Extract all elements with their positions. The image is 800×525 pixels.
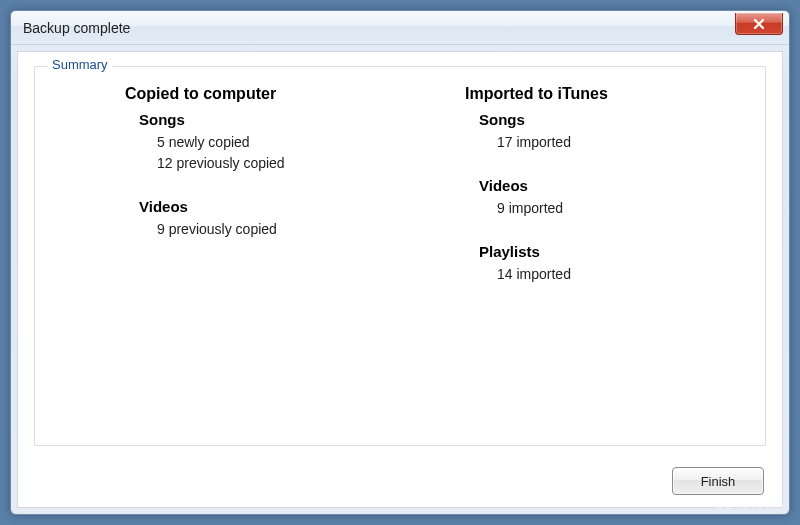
summary-columns: Copied to computer Songs 5 newly copied … xyxy=(55,81,745,309)
imported-playlists-title: Playlists xyxy=(465,243,745,260)
imported-column: Imported to iTunes Songs 17 imported Vid… xyxy=(445,85,745,309)
group-label: Summary xyxy=(47,57,113,72)
imported-playlists-category: Playlists 14 imported xyxy=(465,243,745,285)
finish-button[interactable]: Finish xyxy=(672,467,764,495)
imported-playlists-count: 14 imported xyxy=(465,264,745,285)
copied-heading: Copied to computer xyxy=(125,85,405,103)
imported-videos-title: Videos xyxy=(465,177,745,194)
copied-songs-category: Songs 5 newly copied 12 previously copie… xyxy=(125,111,405,174)
dialog-window: Backup complete Summary Copied to comput… xyxy=(10,10,790,515)
copied-videos-category: Videos 9 previously copied xyxy=(125,198,405,240)
imported-videos-count: 9 imported xyxy=(465,198,745,219)
copied-column: Copied to computer Songs 5 newly copied … xyxy=(55,85,405,309)
imported-songs-category: Songs 17 imported xyxy=(465,111,745,153)
close-button[interactable] xyxy=(735,13,783,35)
copied-videos-title: Videos xyxy=(125,198,405,215)
copied-songs-title: Songs xyxy=(125,111,405,128)
imported-songs-title: Songs xyxy=(465,111,745,128)
summary-group: Summary Copied to computer Songs 5 newly… xyxy=(34,66,766,446)
close-icon xyxy=(753,18,765,30)
client-area: Summary Copied to computer Songs 5 newly… xyxy=(17,51,783,508)
imported-songs-count: 17 imported xyxy=(465,132,745,153)
titlebar[interactable]: Backup complete xyxy=(11,11,789,45)
copied-videos-previously: 9 previously copied xyxy=(125,219,405,240)
copied-songs-newly: 5 newly copied xyxy=(125,132,405,153)
copied-songs-previously: 12 previously copied xyxy=(125,153,405,174)
window-title: Backup complete xyxy=(23,20,130,36)
imported-heading: Imported to iTunes xyxy=(465,85,745,103)
imported-videos-category: Videos 9 imported xyxy=(465,177,745,219)
